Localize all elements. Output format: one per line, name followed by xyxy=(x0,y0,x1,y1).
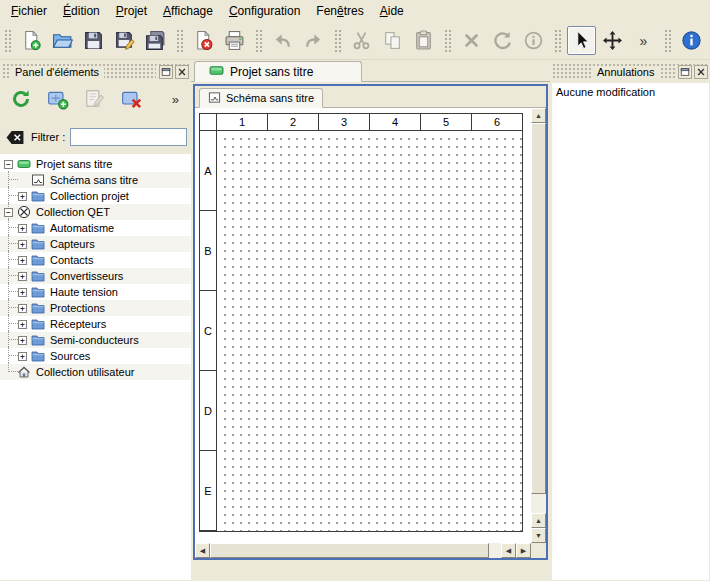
tree-item-protections[interactable]: +Protections xyxy=(0,300,191,316)
diagram-grid[interactable] xyxy=(218,132,522,531)
close-file-button[interactable] xyxy=(189,26,218,55)
new-element-icon xyxy=(47,88,69,110)
menu-item-projet[interactable]: Projet xyxy=(108,1,155,21)
clear-filter-button[interactable] xyxy=(4,129,26,146)
expand-toggle-icon[interactable]: + xyxy=(18,336,27,345)
column-header-5: 5 xyxy=(421,114,472,130)
expand-toggle-icon[interactable]: + xyxy=(18,240,27,249)
toolbar-overflow-button[interactable]: » xyxy=(629,26,658,55)
save-all-button[interactable] xyxy=(141,26,170,55)
folder-icon xyxy=(31,285,45,299)
tree-item-capteurs[interactable]: +Capteurs xyxy=(0,236,191,252)
collapse-toggle-icon[interactable]: − xyxy=(4,208,13,217)
tree-item-label: Récepteurs xyxy=(50,318,106,330)
tree-item-collection-projet[interactable]: +Collection projet xyxy=(0,188,191,204)
undo-panel: Annulations Aucune modification xyxy=(550,60,710,580)
toolbar-grip[interactable] xyxy=(334,29,341,53)
tab-project[interactable]: Projet sans titre xyxy=(194,61,362,82)
tree-item-convertisseurs[interactable]: +Convertisseurs xyxy=(0,268,191,284)
tree-item-contacts[interactable]: +Contacts xyxy=(0,252,191,268)
column-header-2: 2 xyxy=(268,114,319,130)
info-blue-icon xyxy=(681,30,702,51)
tree-item-sources[interactable]: +Sources xyxy=(0,348,191,364)
scroll-left-button-right[interactable]: ◀ xyxy=(501,543,516,558)
expand-toggle-icon[interactable]: + xyxy=(18,256,27,265)
vertical-scroll-track[interactable] xyxy=(531,123,546,513)
column-header-6: 6 xyxy=(472,114,522,130)
menu-item-fichier[interactable]: Fichier xyxy=(3,1,55,21)
expand-toggle-icon[interactable]: + xyxy=(18,320,27,329)
application-window: FichierÉditionProjetAffichageConfigurati… xyxy=(0,0,710,581)
undo-panel-close-button[interactable] xyxy=(694,65,708,79)
menu-item-aide[interactable]: Aide xyxy=(372,1,412,21)
filter-input[interactable] xyxy=(70,128,187,146)
vertical-scrollbar[interactable]: ▲ ▲ ▼ xyxy=(531,108,546,543)
tree-item-schema-sans-titre[interactable]: Schéma sans titre xyxy=(0,172,191,188)
undo-list-item[interactable]: Aucune modification xyxy=(552,83,709,101)
tree-item-label: Collection QET xyxy=(36,206,110,218)
tree-item-recepteurs[interactable]: +Récepteurs xyxy=(0,316,191,332)
toolbar-grip[interactable] xyxy=(554,29,561,53)
horizontal-scroll-track[interactable] xyxy=(210,543,501,558)
elements-panel-titlebar[interactable]: Panel d'éléments xyxy=(2,64,189,79)
tree-guide-dash xyxy=(9,227,18,228)
expand-toggle-icon[interactable]: + xyxy=(18,224,27,233)
tree-item-collection-utilisateur[interactable]: Collection utilisateur xyxy=(0,364,191,380)
toolbar-grip[interactable] xyxy=(176,29,183,53)
expand-toggle-icon[interactable]: + xyxy=(18,288,27,297)
collapse-toggle-icon[interactable]: − xyxy=(4,160,13,169)
scroll-up-button-bottom[interactable]: ▲ xyxy=(531,513,546,528)
print-button[interactable] xyxy=(220,26,249,55)
open-project-button[interactable] xyxy=(48,26,77,55)
menu-item-edition[interactable]: Édition xyxy=(55,1,108,21)
expand-toggle-icon[interactable]: + xyxy=(18,192,27,201)
reload-collections-button[interactable] xyxy=(8,86,34,112)
diagram-canvas[interactable]: 123456 ABCDE xyxy=(195,108,531,543)
menu-item-affichage[interactable]: Affichage xyxy=(155,1,221,21)
delete-icon xyxy=(461,30,482,51)
vertical-scroll-thumb[interactable] xyxy=(531,123,546,494)
expand-toggle-icon[interactable]: + xyxy=(18,304,27,313)
new-element-button[interactable] xyxy=(45,86,71,112)
toolbar-grip[interactable] xyxy=(444,29,451,53)
menu-item-fenetres[interactable]: Fenêtres xyxy=(308,1,371,21)
elements-panel-controls xyxy=(156,65,189,79)
tree-item-label: Haute tension xyxy=(50,286,118,298)
elements-panel-close-button[interactable] xyxy=(175,65,189,79)
expand-toggle-icon[interactable]: + xyxy=(18,272,27,281)
toolbar-group-undo-redo xyxy=(253,26,328,55)
menu-item-configuration[interactable]: Configuration xyxy=(221,1,308,21)
expand-toggle-icon[interactable]: + xyxy=(18,352,27,361)
diagram-icon xyxy=(208,91,221,104)
save-as-button[interactable] xyxy=(110,26,139,55)
undo-panel-float-button[interactable] xyxy=(678,65,692,79)
delete-element-button[interactable] xyxy=(119,86,145,112)
toolbar-grip[interactable] xyxy=(4,29,11,53)
scroll-down-button[interactable]: ▼ xyxy=(531,528,546,543)
tree-item-collection-qet[interactable]: −Collection QET xyxy=(0,204,191,220)
tree-item-automatisme[interactable]: +Automatisme xyxy=(0,220,191,236)
elements-panel-float-button[interactable] xyxy=(159,65,173,79)
elements-toolbar-overflow-button[interactable]: » xyxy=(172,92,183,107)
tree-item-semi-conducteurs[interactable]: +Semi-conducteurs xyxy=(0,332,191,348)
horizontal-scroll-thumb[interactable] xyxy=(210,543,489,558)
about-button[interactable] xyxy=(677,26,706,55)
horizontal-scrollbar[interactable]: ◀ ◀ ▶ xyxy=(195,543,531,558)
pan-mode-button[interactable] xyxy=(598,26,627,55)
save-button[interactable] xyxy=(79,26,108,55)
edit-element-button xyxy=(82,86,108,112)
move-icon xyxy=(602,30,623,51)
select-mode-button[interactable] xyxy=(567,26,596,55)
toolbar-grip[interactable] xyxy=(255,29,262,53)
undo-panel-titlebar[interactable]: Annulations xyxy=(552,64,708,79)
scroll-left-button[interactable]: ◀ xyxy=(195,543,210,558)
tree-item-projet-sans-titre[interactable]: −Projet sans titre xyxy=(0,156,191,172)
redo-icon xyxy=(303,30,324,51)
toolbar-grip[interactable] xyxy=(664,29,671,53)
new-document-button[interactable] xyxy=(17,26,46,55)
up-arrow-icon: ▲ xyxy=(535,112,542,119)
tree-item-haute-tension[interactable]: +Haute tension xyxy=(0,284,191,300)
scroll-right-button[interactable]: ▶ xyxy=(516,543,531,558)
scroll-up-button[interactable]: ▲ xyxy=(531,108,546,123)
tab-diagram[interactable]: Schéma sans titre xyxy=(199,88,323,108)
